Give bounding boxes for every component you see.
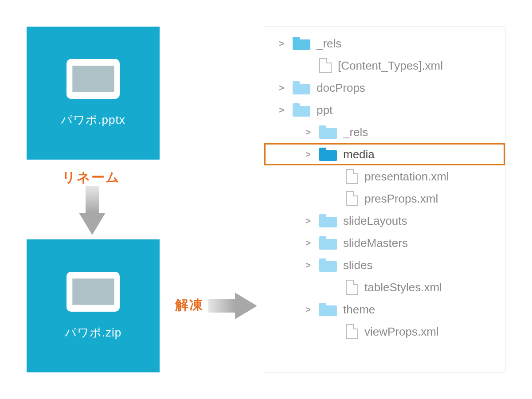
svg-rect-2: [208, 299, 235, 313]
step-label-extract: 解凍: [175, 296, 203, 314]
svg-marker-1: [79, 213, 106, 235]
tree-row[interactable]: >ppt: [264, 99, 505, 121]
tree-item-label: slideLayouts: [343, 214, 505, 228]
tree-item-label: slides: [343, 258, 505, 272]
chevron-right-icon[interactable]: >: [277, 39, 286, 49]
chevron-right-icon[interactable]: >: [303, 238, 313, 248]
chevron-right-icon[interactable]: >: [303, 127, 313, 137]
file-icon: [346, 280, 358, 295]
file-icon: [346, 191, 358, 206]
file-card-zip: パワポ.zip: [27, 239, 160, 372]
tree-item-label: [Content_Types].xml: [338, 59, 505, 73]
tree-row[interactable]: >slides: [264, 254, 505, 276]
tree-row[interactable]: >media: [264, 143, 505, 165]
presentation-slide-shape: [72, 278, 114, 305]
svg-rect-0: [86, 186, 99, 213]
folder-icon: [319, 214, 337, 227]
chevron-right-icon[interactable]: >: [303, 149, 313, 160]
tree-row[interactable]: >docProps: [264, 77, 505, 99]
file-icon: [319, 58, 332, 73]
folder-icon: [293, 37, 310, 50]
folder-icon: [319, 303, 337, 316]
tree-row[interactable]: >tableStyles.xml: [264, 276, 505, 298]
presentation-file-icon: [66, 272, 120, 312]
chevron-right-icon[interactable]: >: [277, 105, 286, 115]
svg-marker-3: [235, 293, 257, 319]
tree-item-label: _rels: [317, 37, 505, 51]
file-card-zip-label: パワポ.zip: [65, 325, 121, 340]
tree-item-label: presentation.xml: [364, 170, 505, 184]
tree-row[interactable]: >viewProps.xml: [264, 321, 505, 343]
tree-row[interactable]: >presentation.xml: [264, 165, 505, 188]
chevron-right-icon[interactable]: >: [277, 83, 286, 93]
arrow-down-icon: [79, 186, 106, 235]
tree-item-label: theme: [343, 303, 505, 317]
file-card-pptx-label: パワポ.pptx: [61, 112, 125, 128]
file-icon: [346, 169, 358, 184]
tree-item-label: _rels: [343, 125, 505, 139]
folder-icon: [319, 258, 337, 272]
tree-row[interactable]: >presProps.xml: [264, 188, 505, 210]
presentation-file-icon: [66, 59, 120, 99]
tree-item-label: docProps: [317, 81, 505, 95]
tree-item-label: tableStyles.xml: [364, 281, 505, 294]
file-card-pptx: パワポ.pptx: [27, 27, 160, 160]
tree-item-label: viewProps.xml: [364, 325, 505, 339]
presentation-slide-shape: [72, 66, 114, 92]
tree-row[interactable]: >[Content_Types].xml: [264, 55, 505, 77]
file-icon: [346, 324, 358, 339]
tree-row[interactable]: >slideMasters: [264, 232, 505, 254]
folder-icon: [319, 236, 337, 250]
chevron-right-icon[interactable]: >: [303, 305, 313, 315]
archive-contents-panel: >_rels>[Content_Types].xml>docProps>ppt>…: [264, 27, 505, 372]
chevron-right-icon[interactable]: >: [303, 260, 313, 270]
tree-item-label: presProps.xml: [364, 192, 505, 206]
chevron-right-icon[interactable]: >: [303, 216, 313, 226]
folder-icon: [293, 81, 310, 94]
arrow-right-icon: [208, 293, 257, 319]
tree-row[interactable]: >theme: [264, 298, 505, 321]
tree-item-label: slideMasters: [343, 236, 505, 250]
folder-icon: [293, 103, 310, 117]
tree-row[interactable]: >_rels: [264, 32, 505, 55]
folder-icon: [319, 148, 337, 161]
tree-row[interactable]: >slideLayouts: [264, 210, 505, 232]
tree-item-label: ppt: [317, 103, 505, 117]
step-label-rename: リネーム: [62, 168, 120, 187]
tree-row[interactable]: >_rels: [264, 121, 505, 143]
tree-item-label: media: [343, 148, 505, 161]
folder-icon: [319, 125, 337, 139]
